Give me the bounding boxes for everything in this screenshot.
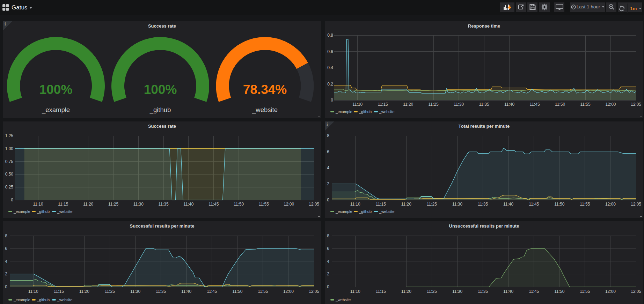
svg-text:0.4: 0.4 <box>327 65 333 70</box>
svg-text:0.8: 0.8 <box>327 33 333 38</box>
svg-text:_website: _website <box>335 298 351 302</box>
svg-text:11:30: 11:30 <box>452 289 462 294</box>
svg-text:1.25: 1.25 <box>5 133 14 138</box>
svg-text:12:00: 12:00 <box>605 102 616 107</box>
svg-text:11:55: 11:55 <box>580 202 590 207</box>
svg-text:11:45: 11:45 <box>208 202 219 207</box>
svg-text:11:20: 11:20 <box>403 102 413 107</box>
svg-text:11:35: 11:35 <box>478 289 488 294</box>
svg-text:0.2: 0.2 <box>327 82 333 87</box>
svg-text:_website: _website <box>57 298 72 302</box>
svg-text:11:45: 11:45 <box>529 289 539 294</box>
svg-text:11:45: 11:45 <box>529 202 539 207</box>
svg-text:0.50: 0.50 <box>5 172 14 177</box>
svg-text:12:00: 12:00 <box>605 202 616 207</box>
svg-text:_example: _example <box>13 209 30 214</box>
svg-text:12:05: 12:05 <box>631 102 641 107</box>
svg-text:11:40: 11:40 <box>503 289 513 294</box>
svg-text:8: 8 <box>327 133 329 138</box>
svg-text:11:10: 11:10 <box>350 202 360 207</box>
svg-text:11:50: 11:50 <box>554 289 564 294</box>
svg-text:4: 4 <box>5 259 7 264</box>
svg-text:12:00: 12:00 <box>605 289 616 294</box>
svg-text:11:15: 11:15 <box>376 289 386 294</box>
svg-text:11:15: 11:15 <box>378 102 388 107</box>
svg-text:12:05: 12:05 <box>631 289 641 294</box>
svg-text:11:55: 11:55 <box>580 102 590 107</box>
svg-text:11:30: 11:30 <box>130 289 140 294</box>
svg-text:11:15: 11:15 <box>58 202 68 207</box>
svg-text:8: 8 <box>5 233 7 238</box>
svg-text:11:30: 11:30 <box>454 102 464 107</box>
svg-text:4: 4 <box>327 165 329 170</box>
svg-text:_website: _website <box>252 106 278 114</box>
svg-text:11:15: 11:15 <box>54 289 64 294</box>
svg-text:11:25: 11:25 <box>427 202 437 207</box>
svg-text:_example: _example <box>335 209 352 214</box>
svg-text:6: 6 <box>5 246 7 251</box>
svg-text:11:20: 11:20 <box>401 202 411 207</box>
svg-text:11:10: 11:10 <box>352 102 363 107</box>
svg-text:0: 0 <box>331 98 333 103</box>
svg-text:100%: 100% <box>144 82 177 97</box>
svg-text:11:10: 11:10 <box>350 289 360 294</box>
svg-text:0.25: 0.25 <box>5 185 14 190</box>
svg-text:_github: _github <box>359 209 372 214</box>
svg-text:4: 4 <box>327 259 329 264</box>
svg-text:_github: _github <box>37 209 50 214</box>
svg-text:_example: _example <box>42 106 70 114</box>
svg-text:2: 2 <box>327 181 329 186</box>
svg-text:11:40: 11:40 <box>181 289 191 294</box>
svg-text:_example: _example <box>335 110 352 114</box>
svg-text:11:45: 11:45 <box>207 289 217 294</box>
svg-text:8: 8 <box>327 233 329 238</box>
svg-text:11:40: 11:40 <box>503 202 513 207</box>
svg-text:12:05: 12:05 <box>309 202 319 207</box>
svg-text:11:45: 11:45 <box>530 102 540 107</box>
svg-text:11:50: 11:50 <box>555 102 565 107</box>
svg-text:11:20: 11:20 <box>79 289 89 294</box>
svg-text:2: 2 <box>327 272 329 276</box>
svg-text:_github: _github <box>37 298 50 302</box>
svg-text:2: 2 <box>5 272 7 276</box>
svg-text:0.75: 0.75 <box>5 159 14 164</box>
svg-text:11:35: 11:35 <box>478 202 488 207</box>
svg-text:11:50: 11:50 <box>232 289 242 294</box>
svg-text:11:10: 11:10 <box>33 202 43 207</box>
svg-text:0: 0 <box>327 284 329 289</box>
svg-text:11:30: 11:30 <box>133 202 144 207</box>
svg-text:11:15: 11:15 <box>376 202 386 207</box>
svg-text:0: 0 <box>11 198 13 202</box>
svg-text:11:10: 11:10 <box>28 289 38 294</box>
svg-text:11:20: 11:20 <box>401 289 411 294</box>
svg-text:11:25: 11:25 <box>427 289 437 294</box>
svg-text:_github: _github <box>359 110 372 114</box>
svg-text:11:35: 11:35 <box>479 102 489 107</box>
svg-text:1.00: 1.00 <box>5 146 14 151</box>
svg-text:0: 0 <box>327 198 329 202</box>
svg-text:_example: _example <box>13 298 30 302</box>
svg-text:11:50: 11:50 <box>234 202 244 207</box>
svg-text:11:30: 11:30 <box>452 202 462 207</box>
svg-text:12:00: 12:00 <box>284 202 294 207</box>
svg-text:11:50: 11:50 <box>554 202 564 207</box>
svg-text:6: 6 <box>327 246 329 251</box>
svg-text:0.6: 0.6 <box>327 49 333 54</box>
svg-text:11:55: 11:55 <box>258 289 268 294</box>
svg-text:100%: 100% <box>39 82 73 97</box>
svg-text:11:40: 11:40 <box>504 102 514 107</box>
svg-text:11:20: 11:20 <box>83 202 93 207</box>
svg-text:11:25: 11:25 <box>429 102 439 107</box>
svg-text:_website: _website <box>379 110 394 114</box>
svg-text:12:00: 12:00 <box>283 289 294 294</box>
svg-text:11:25: 11:25 <box>108 202 118 207</box>
svg-text:6: 6 <box>327 149 329 154</box>
svg-text:78.34%: 78.34% <box>243 82 287 97</box>
svg-text:11:35: 11:35 <box>156 289 166 294</box>
svg-text:12:05: 12:05 <box>309 289 319 294</box>
svg-text:11:55: 11:55 <box>580 289 590 294</box>
svg-text:11:55: 11:55 <box>259 202 269 207</box>
svg-text:0: 0 <box>5 284 7 289</box>
svg-text:_website: _website <box>57 209 72 214</box>
svg-text:11:35: 11:35 <box>159 202 169 207</box>
